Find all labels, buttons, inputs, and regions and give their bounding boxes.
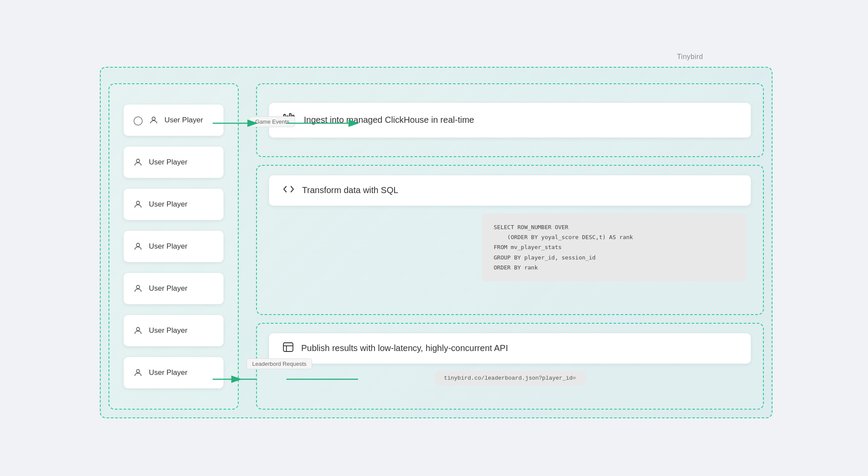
user-icon-5 bbox=[133, 284, 143, 293]
leaderboard-requests-label: Leaderbord Requests bbox=[247, 358, 312, 369]
publish-box: Publish results with low-latency, highly… bbox=[256, 323, 764, 410]
game-events-label: Game Events bbox=[250, 116, 295, 127]
sql-code-block: SELECT ROW_NUMBER OVER (ORDER BY yoyal_s… bbox=[482, 213, 747, 282]
transform-inner: Transform data with SQL bbox=[269, 175, 751, 206]
player-card-6: User Player bbox=[124, 315, 224, 346]
publish-icon bbox=[283, 342, 293, 354]
sql-code-text: SELECT ROW_NUMBER OVER (ORDER BY yoyal_s… bbox=[494, 222, 735, 273]
svg-point-0 bbox=[152, 117, 155, 120]
publish-inner: Publish results with low-latency, highly… bbox=[269, 333, 751, 364]
svg-point-6 bbox=[136, 369, 139, 372]
players-box: ◯ User Player User Player User Player Us… bbox=[108, 83, 239, 410]
transform-box: Transform data with SQL SELECT ROW_NUMBE… bbox=[256, 165, 764, 315]
api-url-pill: tinybird.co/leaderboard.json?player_id= bbox=[434, 371, 586, 386]
player-card-4: User Player bbox=[124, 231, 224, 262]
player-name-7: User Player bbox=[149, 368, 187, 377]
tinybird-label: Tinybird bbox=[677, 53, 703, 61]
user-icon-4 bbox=[133, 242, 143, 251]
player-card-7: User Player bbox=[124, 357, 224, 388]
player-name-4: User Player bbox=[149, 242, 187, 251]
ingest-inner: Ingest into managed ClickHouse in real-t… bbox=[269, 103, 751, 138]
user-icon-7 bbox=[133, 368, 143, 378]
svg-point-2 bbox=[136, 201, 139, 204]
player-name-3: User Player bbox=[149, 200, 187, 209]
code-icon bbox=[283, 184, 294, 196]
table-icon bbox=[283, 342, 293, 352]
ingest-label: Ingest into managed ClickHouse in real-t… bbox=[304, 115, 474, 125]
player-name-6: User Player bbox=[149, 326, 187, 335]
right-section: Ingest into managed ClickHouse in real-t… bbox=[256, 83, 764, 410]
player-card-2: User Player bbox=[124, 147, 224, 178]
svg-rect-11 bbox=[283, 343, 293, 351]
user-icon-2 bbox=[133, 158, 143, 167]
code-brackets-icon bbox=[283, 184, 294, 194]
svg-point-1 bbox=[136, 159, 139, 162]
player-name-2: User Player bbox=[149, 158, 187, 167]
transform-label: Transform data with SQL bbox=[302, 185, 398, 195]
svg-point-5 bbox=[136, 327, 139, 330]
user-icon-6 bbox=[133, 326, 143, 335]
player-card-1: ◯ User Player bbox=[124, 105, 224, 136]
player-name-5: User Player bbox=[149, 284, 187, 293]
svg-point-3 bbox=[136, 243, 139, 246]
player-card-5: User Player bbox=[124, 273, 224, 304]
player-card-3: User Player bbox=[124, 189, 224, 220]
publish-label: Publish results with low-latency, highly… bbox=[301, 343, 508, 353]
user-icon-1 bbox=[149, 115, 158, 125]
ingest-box: Ingest into managed ClickHouse in real-t… bbox=[256, 83, 764, 157]
player-name-1: User Player bbox=[164, 116, 203, 125]
svg-point-4 bbox=[136, 285, 139, 288]
person-icon-1: ◯ bbox=[133, 115, 143, 125]
user-icon-3 bbox=[133, 200, 143, 209]
